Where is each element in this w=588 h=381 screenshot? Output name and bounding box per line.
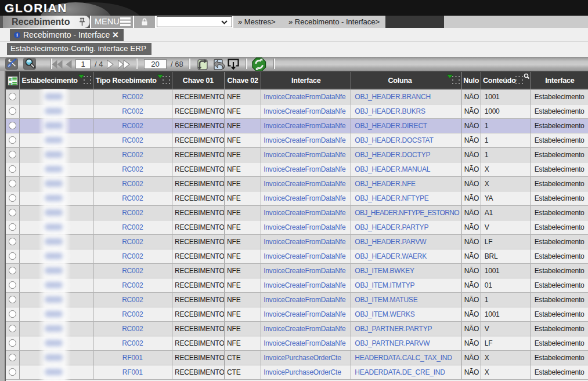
- svg-text:α: α: [9, 81, 12, 86]
